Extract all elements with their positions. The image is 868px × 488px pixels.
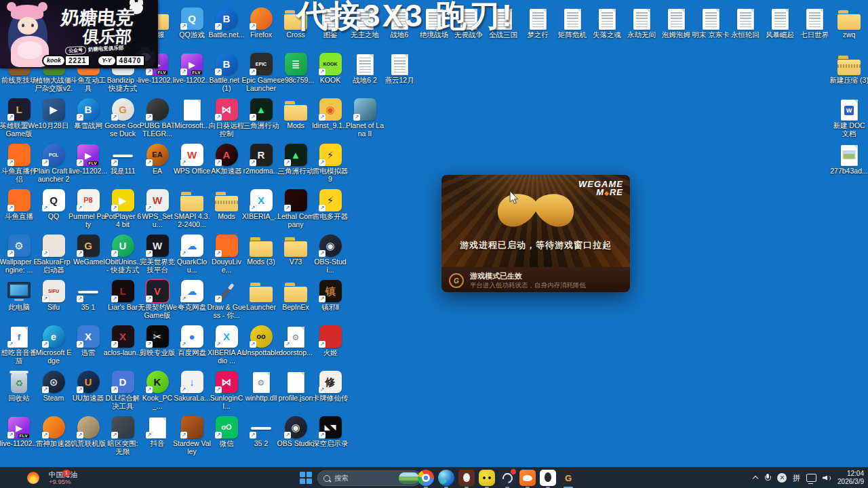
desktop-icon[interactable]: ↗ 35 2 — [245, 414, 277, 448]
volume-icon[interactable] — [823, 474, 831, 482]
desktop-icon[interactable]: ↗ SakuraFrp 启动器 — [37, 232, 70, 274]
desktop-icon[interactable]: P8↗ Pummel Party — [72, 187, 104, 229]
desktop-icon[interactable]: 新建压缩 (3) — [833, 51, 865, 85]
desktop-icon[interactable]: X↗ XIBERIA Audio ... — [210, 323, 243, 365]
desktop-icon[interactable]: ⋈↗ 向日葵远程控制 — [210, 96, 243, 138]
desktop-icon[interactable]: oo↗ Unspottable — [245, 323, 277, 357]
desktop-icon[interactable]: ◉↗ OBS-Studi... — [314, 232, 347, 274]
desktop-icon[interactable]: B↗ 暴雪战网 — [72, 96, 104, 130]
desktop-icon[interactable]: ▲↗ 三角洲行动 — [279, 142, 312, 176]
desktop-icon[interactable]: Microsoft... — [176, 96, 208, 130]
wegame-launch-dialog[interactable]: WEGAME M◆RE 游戏进程已启动，等待游戏窗口拉起 G 游戏模式已生效 平… — [441, 175, 630, 292]
mute-status-icon[interactable] — [777, 473, 787, 483]
desktop-icon[interactable]: ▲↗ 三角洲行动 — [245, 96, 277, 130]
desktop-icon[interactable]: 战地6 2 — [349, 51, 381, 85]
taskbar-app-douyu[interactable] — [519, 470, 536, 486]
desktop-icon[interactable]: ☁↗ 夸克网盘 — [176, 278, 208, 312]
desktop-icon[interactable]: 梦之行 — [521, 5, 554, 39]
desktop-icon[interactable]: ✂↗ 剪映专业版 — [141, 323, 174, 357]
desktop-icon[interactable]: ↗ 饥荒联机版 — [72, 414, 104, 448]
desktop-icon[interactable]: ↗ 斗鱼直播伴侣 — [3, 142, 35, 184]
desktop-icon[interactable]: ↗ Stardew Valley — [176, 414, 208, 456]
desktop-icon[interactable]: K↗ Kook_PC_... — [141, 369, 174, 411]
desktop-icon[interactable]: V73 — [279, 232, 312, 266]
desktop-icon[interactable]: ◉↗ OBS Studio — [279, 414, 312, 448]
desktop-icon[interactable]: ⚡↗ 雷电多开器 — [314, 187, 347, 221]
taskbar-stock-widget[interactable]: 1 中国海油 +9.95% — [27, 468, 77, 488]
taskbar-app-edge[interactable] — [438, 470, 454, 486]
desktop-icon[interactable]: ↗ Firefox — [245, 5, 277, 39]
desktop-icon[interactable]: Q↗ QQ — [37, 187, 70, 221]
taskbar-app-qq[interactable] — [540, 470, 556, 486]
desktop-icon[interactable]: ↗ 35 1 — [72, 278, 104, 312]
desktop-icon[interactable]: U↗ UU加速器 — [72, 369, 104, 403]
desktop-icon[interactable]: ↗ 火姬 — [314, 323, 347, 357]
desktop-icon[interactable]: profile.json — [279, 369, 312, 403]
desktop-icon[interactable]: ⚙↗ doorstop... — [279, 323, 312, 357]
desktop-icon[interactable]: 燕云12月 — [383, 51, 416, 85]
microphone-icon[interactable] — [764, 474, 771, 483]
desktop-icon[interactable]: 镇↗ 镇邪Ⅱ — [314, 278, 347, 312]
desktop-icon[interactable]: SMAPI 4.3.2-2400... — [176, 187, 208, 229]
desktop-icon[interactable]: ☁↗ QuarkClou... — [176, 232, 208, 274]
desktop-icon[interactable]: Mods — [279, 96, 312, 130]
desktop-icon[interactable]: X↗ aclos-laun... — [106, 323, 139, 357]
desktop-icon[interactable]: X↗ 迅雷 — [72, 323, 104, 357]
desktop-icon[interactable]: L↗ Liar's Bar — [106, 278, 139, 312]
desktop-icon[interactable]: ◣◥↗ 深空启示录 — [314, 414, 347, 448]
taskbar-app-wegame[interactable]: G — [560, 470, 576, 486]
desktop-icon[interactable]: 明末 京东卡 — [694, 5, 727, 39]
desktop-icon[interactable]: W↗ WPS Office — [176, 142, 208, 176]
desktop-icon[interactable]: R↗ r2modma... — [245, 142, 277, 176]
desktop-icon[interactable]: 修↗ 卡牌修仙传 — [314, 369, 347, 403]
desktop-icon[interactable]: ↗ Lethal Company — [279, 187, 312, 229]
desktop-icon[interactable]: 矩阵危机 — [556, 5, 589, 39]
desktop-icon[interactable]: EA↗ EA — [141, 142, 174, 176]
desktop-icon[interactable]: ⊙↗ Steam — [37, 369, 70, 403]
taskbar-app-goose[interactable] — [458, 470, 475, 486]
desktop-icon[interactable]: B↗ Battle.net... — [210, 5, 243, 39]
desktop-icon[interactable]: W 新建 DOC 文档 — [833, 96, 865, 138]
desktop-icon[interactable]: ↗ 暗区突围: 无限 — [106, 414, 139, 456]
desktop-icon[interactable]: L↗ 英雄联盟WeGame版 — [3, 96, 35, 138]
desktop-icon[interactable]: PCL↗ Plain Craft Launcher 2 — [37, 142, 70, 184]
ime-indicator[interactable]: 拼 — [793, 473, 800, 483]
desktop-icon[interactable]: ⚡↗ 雷电模拟器9 — [314, 142, 347, 184]
desktop-icon[interactable]: Mods (3) — [245, 232, 277, 266]
desktop-icon[interactable]: ↗ DouyuLive... — [210, 232, 243, 274]
desktop-icon[interactable]: f↗ 想吃音音番茄 — [3, 323, 35, 365]
network-icon[interactable] — [806, 474, 816, 482]
desktop-icon[interactable]: 永劫无间 — [625, 5, 658, 39]
desktop-icon[interactable]: G↗ Goose Goose Duck — [106, 96, 139, 138]
desktop-icon[interactable]: oO↗ 微信 — [210, 414, 243, 448]
desktop-icon[interactable]: EPIC↗ Epic Games Launcher — [245, 51, 277, 93]
desktop-icon[interactable]: ●↗ 百度网盘 — [176, 323, 208, 357]
desktop-icon[interactable]: 277b43ad... — [833, 142, 865, 176]
taskbar-search-box[interactable]: 搜索 — [317, 470, 421, 486]
desktop-icon[interactable]: BepInEx — [279, 278, 312, 312]
taskbar-app-unspottable[interactable] — [479, 470, 495, 486]
tray-chevron-up-icon[interactable] — [753, 475, 758, 481]
desktop-icon[interactable]: W↗ 完美世界竞技平台 — [141, 232, 174, 274]
desktop-icon[interactable]: ↗ PUBG BATTLEGR... — [141, 96, 174, 138]
desktop-icon[interactable]: U↗ IObitUnins... - 快捷方式 — [106, 232, 139, 274]
desktop-icon[interactable]: ▶FLV↗ live-11202... — [176, 51, 208, 85]
desktop-icon[interactable]: A↗ AK加速器 — [210, 142, 243, 176]
desktop-icon[interactable]: D↗ DLL综合解决工具 — [106, 369, 139, 411]
desktop-icon[interactable]: ↓↗ SakuraLa... — [176, 369, 208, 403]
desktop-icon[interactable]: ▶ 10月28日 — [37, 96, 70, 130]
desktop-icon[interactable]: Mods — [210, 187, 243, 221]
desktop-icon[interactable]: ↗ Draw & Guess - 你... — [210, 278, 243, 320]
desktop-icon[interactable]: ↗ 我是111 — [106, 142, 139, 176]
taskbar-app-obs[interactable] — [499, 470, 515, 486]
desktop-icon[interactable]: ⚙↗ Wallpaper Engine: ... — [3, 232, 35, 274]
desktop-icon[interactable]: ↗ Planet of Lana II — [349, 96, 381, 138]
desktop-icon[interactable]: Launcher — [245, 278, 277, 312]
desktop-icon[interactable]: B↗ Battle.net - (1) — [210, 51, 243, 93]
desktop-icon[interactable]: Q↗ QQ游戏 — [176, 5, 208, 39]
desktop-icon[interactable]: ▶FLV↗ live-11202... — [72, 142, 104, 176]
desktop-icon[interactable]: ↗ 抖音 — [141, 414, 174, 448]
desktop-icon[interactable]: G↗ WeGame — [72, 232, 104, 266]
desktop-icon[interactable]: 七日世界 — [798, 5, 831, 39]
desktop-icon[interactable]: ◉↗ ldinst_9.1... — [314, 96, 347, 130]
